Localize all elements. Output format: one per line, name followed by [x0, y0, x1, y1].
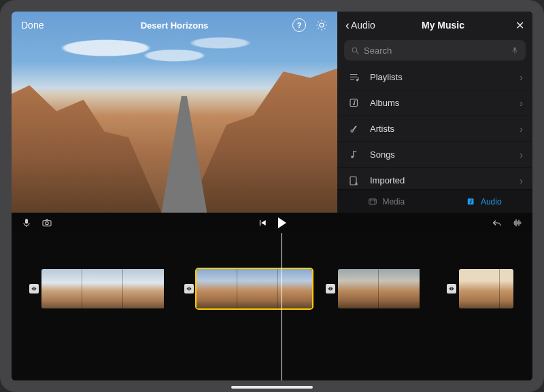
timeline-clip[interactable]	[459, 269, 513, 308]
timeline[interactable]	[12, 233, 532, 380]
svg-point-0	[352, 48, 357, 52]
tab-media-label: Media	[382, 197, 405, 207]
timeline-clip[interactable]	[197, 269, 312, 308]
play-button[interactable]	[278, 217, 286, 228]
chevron-right-icon: ›	[520, 98, 523, 109]
ipad-device-frame: Done Desert Horizons ?	[0, 0, 544, 392]
sidebar-item-label: Playlists	[370, 72, 403, 82]
tab-media[interactable]: Media	[337, 190, 435, 213]
chevron-right-icon: ›	[520, 72, 523, 83]
chevron-right-icon: ›	[520, 149, 523, 160]
back-button[interactable]: ‹ Audio	[345, 19, 375, 31]
svg-rect-2	[514, 48, 516, 52]
close-icon: ✕	[515, 20, 524, 31]
timeline-clip[interactable]	[338, 269, 433, 308]
done-button[interactable]: Done	[21, 20, 44, 31]
settings-button[interactable]	[316, 19, 328, 31]
sidebar-item-albums[interactable]: Albums ›	[337, 90, 532, 116]
sidebar-item-label: Imported	[370, 175, 405, 185]
artists-icon	[348, 123, 360, 135]
songs-icon	[348, 149, 360, 161]
prev-button[interactable]	[258, 217, 267, 228]
svg-rect-4	[350, 99, 358, 107]
clips-track	[12, 268, 532, 309]
timeline-toolbar	[12, 213, 532, 233]
sidebar-item-songs[interactable]: Songs ›	[337, 142, 532, 168]
transition-marker[interactable]	[184, 284, 194, 293]
dictation-icon[interactable]	[511, 46, 519, 55]
audio-sidebar: ‹ Audio My Music ✕	[337, 12, 532, 213]
svg-rect-8	[350, 177, 356, 185]
preview-pane: Done Desert Horizons ?	[12, 12, 337, 213]
media-icon	[367, 197, 378, 207]
svg-rect-9	[369, 198, 377, 204]
sidebar-tabs: Media Audio	[337, 190, 532, 213]
sidebar-item-label: Albums	[370, 98, 399, 108]
imported-icon	[348, 175, 360, 187]
chevron-right-icon: ›	[520, 175, 523, 186]
timeline-clip[interactable]	[41, 269, 171, 308]
search-box[interactable]	[344, 40, 526, 60]
playhead[interactable]	[282, 233, 282, 380]
tab-audio[interactable]: Audio	[435, 190, 533, 213]
tab-audio-label: Audio	[481, 197, 502, 207]
preview-topbar: Done Desert Horizons ?	[12, 12, 337, 39]
transition-icon	[327, 285, 334, 292]
close-button[interactable]: ✕	[515, 19, 524, 32]
transition-icon	[186, 285, 192, 292]
sidebar-item-label: Artists	[370, 124, 394, 134]
albums-icon	[348, 97, 360, 109]
search-icon	[351, 46, 360, 55]
audio-icon	[466, 197, 477, 207]
svg-line-1	[356, 52, 358, 54]
chevron-right-icon: ›	[520, 124, 523, 135]
video-preview[interactable]	[12, 12, 337, 213]
sidebar-header: ‹ Audio My Music ✕	[337, 12, 532, 39]
help-button[interactable]: ?	[292, 18, 306, 32]
svg-point-6	[351, 129, 353, 131]
skip-back-icon	[258, 218, 267, 228]
sidebar-item-label: Songs	[370, 149, 395, 160]
search-input[interactable]	[364, 46, 507, 56]
chevron-left-icon: ‹	[345, 19, 350, 31]
sidebar-item-artists[interactable]: Artists ›	[337, 116, 532, 142]
transition-marker[interactable]	[326, 284, 335, 293]
transition-icon	[31, 285, 37, 292]
transition-marker[interactable]	[447, 284, 456, 293]
playlists-icon	[348, 71, 360, 84]
play-icon	[278, 217, 286, 228]
back-label: Audio	[351, 20, 375, 31]
sidebar-item-imported[interactable]: Imported ›	[337, 168, 532, 190]
app-screen: Done Desert Horizons ?	[12, 12, 532, 380]
transition-marker[interactable]	[29, 284, 39, 293]
sidebar-list: Playlists › Albums › Art	[337, 65, 532, 190]
gear-icon	[316, 19, 328, 31]
upper-area: Done Desert Horizons ?	[12, 12, 532, 213]
project-title: Desert Horizons	[12, 20, 337, 31]
help-icon: ?	[297, 21, 302, 29]
transition-icon	[448, 285, 455, 292]
svg-rect-10	[468, 198, 474, 204]
sidebar-item-playlists[interactable]: Playlists ›	[337, 65, 532, 90]
